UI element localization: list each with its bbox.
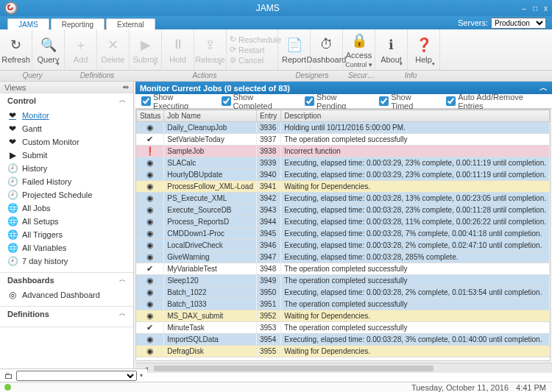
filter-show-pending[interactable]: Show Pending	[305, 93, 366, 110]
table-row[interactable]: ◉MS_DAX_submit3952Waiting for Dependenci…	[136, 310, 549, 322]
job-name-cell: Execute_SourceDB	[164, 204, 257, 216]
dashboard-button[interactable]: ⏱Dashboard	[311, 29, 343, 70]
minimize-button[interactable]: –	[522, 4, 526, 13]
about-button[interactable]: ℹAbout▾	[375, 29, 408, 70]
nav-item-all-variables[interactable]: 🌐All Variables	[0, 241, 133, 254]
table-row[interactable]: ◉Execute_SourceDB3943Executing, elapsed …	[136, 204, 549, 216]
refresh-button[interactable]: ↻Refresh	[0, 29, 32, 70]
app-title: JAMS	[18, 3, 517, 13]
folder-dropdown[interactable]	[16, 371, 137, 381]
description-cell: Executing, elapsed time: 0.00:03:28, 2% …	[281, 240, 550, 252]
table-row[interactable]: ✔MyVariableTest3948The operation complet…	[136, 263, 549, 275]
table-row[interactable]: ◉ImportSQLData3954Executing, elapsed tim…	[136, 334, 549, 346]
table-row[interactable]: ◉ProcessFollow_XML-Load3941Waiting for D…	[136, 181, 549, 193]
table-row[interactable]: ◉LocalDriveCheck3946Executing, elapsed t…	[136, 240, 549, 252]
nav-item-all-jobs[interactable]: 🌐All Jobs	[0, 202, 133, 215]
table-row[interactable]: ✔MinuteTask3953The operation completed s…	[136, 322, 549, 334]
chevron-down-icon[interactable]: ▾	[140, 372, 143, 379]
table-row[interactable]: ◉CMDDown1-Proc3945Executing, elapsed tim…	[136, 228, 549, 240]
nav-item-gantt[interactable]: ❤Gantt	[0, 122, 133, 135]
main-tab-jams[interactable]: JAMS	[7, 18, 49, 30]
status-icon: ◉	[136, 275, 163, 287]
cancel-icon: ⊘	[230, 55, 236, 65]
refresh-icon: ↻	[7, 36, 25, 54]
job-name-cell: Batch_1022	[164, 287, 257, 299]
chevron-up-icon: ︿	[119, 96, 126, 105]
about-icon: ℹ	[383, 36, 400, 54]
table-row[interactable]: ◉Batch_10223950Executing, elapsed time: …	[136, 287, 549, 299]
status-dot-icon	[4, 384, 11, 391]
table-row[interactable]: ❗SampleJob3938Incorrect function	[136, 146, 549, 157]
query-icon: 🔍	[40, 36, 57, 54]
filter-show-timed[interactable]: Show Timed	[379, 93, 433, 110]
nav-item-label: All Setups	[22, 217, 59, 226]
horizontal-scrollbar[interactable]: ◄	[135, 363, 552, 373]
table-row[interactable]: ◉GiveWarning3947Executing, elapsed time:…	[136, 252, 549, 263]
main-tab-reporting[interactable]: Reporting	[51, 18, 105, 30]
ribbon-group-label: Actions	[130, 71, 280, 81]
entry-cell: 3945	[256, 228, 280, 240]
table-row[interactable]: ◉Daily_CleanupJob3936Holding until 10/11…	[136, 122, 549, 134]
table-row[interactable]: ◉Batch_10333951The operation completed s…	[136, 299, 549, 310]
maximize-button[interactable]: □	[533, 4, 537, 13]
nav-item-projected-schedule[interactable]: 🕘Projected Schedule	[0, 188, 133, 202]
servers-dropdown[interactable]: Production	[491, 18, 546, 29]
entry-cell: 3950	[256, 287, 280, 299]
column-header[interactable]: Job Name	[164, 110, 257, 122]
section-header-dashboards[interactable]: Dashboards︿	[0, 273, 133, 287]
nav-item-icon: 🕘	[7, 256, 18, 266]
chevron-down-icon: ▾	[57, 61, 60, 67]
column-header[interactable]: Description	[281, 110, 550, 122]
table-row[interactable]: ✔SetVariableToday3937The operation compl…	[136, 134, 549, 146]
filter-show-completed[interactable]: Show Completed	[222, 93, 291, 110]
access-control-button[interactable]: 🔒AccessControl ▾	[343, 29, 375, 70]
table-row[interactable]: ◉Process_ReportsD3944Executing, elapsed …	[136, 216, 549, 228]
entry-cell: 3944	[256, 216, 280, 228]
release-icon: ⇪	[202, 36, 219, 54]
nav-item-monitor[interactable]: ❤Monitor	[0, 109, 133, 122]
status-icon: ◉	[136, 122, 163, 134]
chevron-down-icon: ▾	[432, 61, 435, 67]
entry-cell: 3939	[256, 157, 280, 169]
nav-item-custom-monitor[interactable]: ❤Custom Monitor	[0, 135, 133, 149]
table-row[interactable]: ◉PS_Execute_XML3942Executing, elapsed ti…	[136, 193, 549, 204]
close-button[interactable]: x	[544, 4, 548, 13]
servers-label: Servers:	[458, 18, 488, 27]
nav-item-icon: 🕘	[7, 163, 18, 174]
status-time: 4:41 PM	[516, 383, 546, 392]
query-button[interactable]: 🔍Query▾	[32, 29, 65, 70]
nav-item-7-day-history[interactable]: 🕘7 day history	[0, 254, 133, 268]
section-header-definitions[interactable]: Definitions︿	[0, 307, 133, 321]
nav-item-failed-history[interactable]: 🕘Failed History	[0, 175, 133, 188]
pin-icon[interactable]: ⇴	[122, 82, 129, 92]
nav-item-icon: ❤	[7, 137, 18, 147]
nav-item-label: Gantt	[22, 124, 42, 133]
main-tab-external[interactable]: External	[106, 18, 155, 30]
entry-cell: 3943	[256, 204, 280, 216]
help-button[interactable]: ❓Help▾	[408, 29, 440, 70]
filter-show-executing[interactable]: Show Executing	[141, 93, 208, 110]
nav-item-history[interactable]: 🕘History	[0, 162, 133, 175]
table-row[interactable]: ◉HourlyDBUpdate3940Executing, elapsed ti…	[136, 169, 549, 181]
report-button[interactable]: 📄Report	[278, 29, 311, 70]
nav-item-all-triggers[interactable]: 🌐All Triggers	[0, 228, 133, 241]
chevron-up-icon: ︿	[119, 275, 126, 285]
job-name-cell: GiveWarning	[164, 252, 257, 263]
column-header[interactable]: Entry	[256, 110, 280, 122]
section-header-control[interactable]: Control︿	[0, 93, 133, 107]
table-row[interactable]: ◉DefragDisk3955Waiting for Dependencies.	[136, 346, 549, 357]
add-icon: ＋	[72, 36, 90, 54]
status-icon: ◉	[136, 334, 163, 346]
filter-auto-add-remove-entries[interactable]: Auto Add/Remove Entries	[446, 93, 546, 110]
job-name-cell: Daily_CleanupJob	[164, 122, 257, 134]
app-logo-icon	[4, 1, 18, 15]
table-row[interactable]: ◉Sleep1203949The operation completed suc…	[136, 275, 549, 287]
ribbon-group-label: Query	[0, 71, 65, 81]
status-icon: ✔	[136, 322, 163, 334]
nav-item-all-setups[interactable]: 🌐All Setups	[0, 215, 133, 228]
nav-item-submit[interactable]: ▶Submit	[0, 149, 133, 162]
table-row[interactable]: ◉SLACalc3939Executing, elapsed time: 0.0…	[136, 157, 549, 169]
description-cell: The operation completed successfully	[281, 275, 550, 287]
nav-item-advanced-dashboard[interactable]: ◎Advanced Dashboard	[0, 288, 133, 302]
column-header[interactable]: Status	[136, 110, 163, 122]
